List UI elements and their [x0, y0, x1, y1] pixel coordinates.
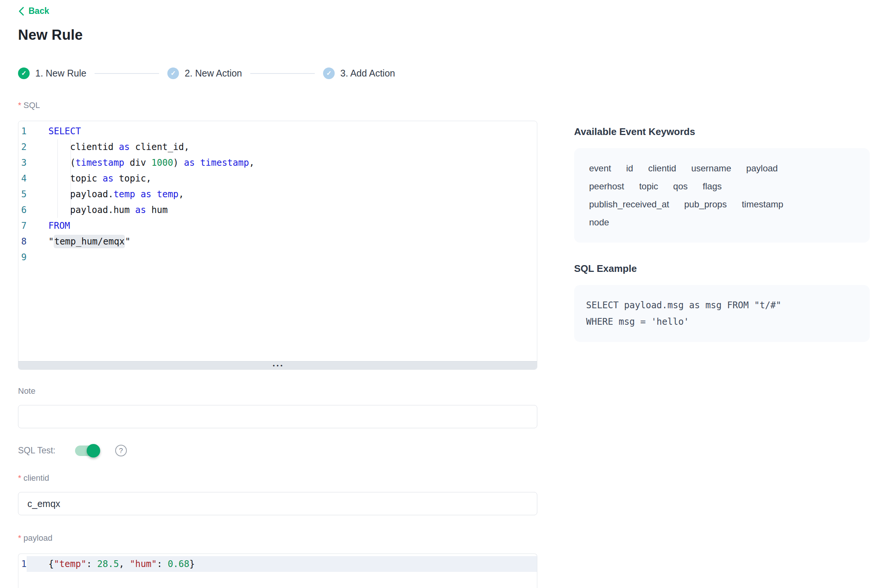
required-asterisk: *: [18, 100, 21, 110]
event-keyword: event: [589, 159, 611, 177]
sql-test-toggle[interactable]: [75, 446, 99, 456]
indent-guide: [57, 171, 58, 186]
line-number: 1: [18, 556, 27, 572]
step-new-action[interactable]: ✓ 2. New Action: [167, 68, 242, 79]
code-line: 4 topic as topic,: [18, 171, 537, 186]
payload-label-text: payload: [24, 533, 53, 543]
event-keyword: flags: [703, 177, 722, 195]
payload-editor-container: 1{"temp": 28.5, "hum": 0.68}: [18, 554, 537, 588]
clientid-field-label: * clientid: [18, 473, 49, 483]
wizard-steps: ✓ 1. New Rule ✓ 2. New Action ✓ 3. Add A…: [18, 68, 395, 79]
code-line: 9: [18, 249, 537, 265]
step-done-check-icon: ✓: [18, 68, 30, 79]
line-number: 4: [18, 171, 27, 186]
event-keyword: publish_received_at: [589, 195, 669, 213]
keyword-row: publish_received_atpub_propstimestamp: [589, 195, 855, 213]
event-keyword: qos: [673, 177, 688, 195]
note-label-text: Note: [18, 386, 35, 396]
editor-resize-handle[interactable]: •••: [18, 361, 537, 369]
indent-guide: [57, 186, 58, 202]
code-line: 1{"temp": 28.5, "hum": 0.68}: [18, 556, 537, 572]
line-number: 2: [18, 139, 27, 155]
step-label: 2. New Action: [185, 68, 242, 79]
code-text: topic as topic,: [27, 171, 537, 186]
page-title: New Rule: [18, 27, 83, 43]
indent-guide: [57, 202, 58, 218]
payload-code-editor[interactable]: 1{"temp": 28.5, "hum": 0.68}: [18, 554, 537, 572]
sql-code-editor[interactable]: 1SELECT2 clientid as client_id,3 (timest…: [18, 121, 537, 361]
code-line: 3 (timestamp div 1000) as timestamp,: [18, 155, 537, 171]
toggle-knob: [87, 444, 100, 458]
sql-field-label: * SQL: [18, 100, 40, 110]
sql-example-line: SELECT payload.msg as msg FROM "t/#": [586, 297, 858, 314]
line-number: 8: [18, 234, 27, 249]
keyword-row: eventidclientidusernamepayload: [589, 159, 855, 177]
event-keyword: username: [691, 159, 731, 177]
clientid-label-text: clientid: [24, 473, 49, 483]
event-keyword: node: [589, 213, 609, 231]
indent-guide: [71, 155, 71, 171]
keyword-row: peerhosttopicqosflags: [589, 177, 855, 195]
code-text: "temp_hum/emqx": [27, 234, 537, 249]
code-text: FROM: [27, 218, 537, 234]
chevron-left-icon: [18, 6, 25, 16]
code-text: SELECT: [27, 123, 537, 139]
required-asterisk: *: [18, 533, 21, 543]
step-new-rule[interactable]: ✓ 1. New Rule: [18, 68, 86, 79]
required-asterisk: *: [18, 473, 21, 483]
step-add-action[interactable]: ✓ 3. Add Action: [323, 68, 395, 79]
sql-example-card: SELECT payload.msg as msg FROM "t/#"WHER…: [574, 285, 870, 342]
indent-guide: [57, 139, 58, 155]
indent-guide: [71, 186, 71, 202]
note-field-label: Note: [18, 386, 35, 396]
code-text: payload.temp as temp,: [27, 186, 537, 202]
indent-guide: [57, 155, 58, 171]
indent-guide: [71, 171, 71, 186]
note-input[interactable]: [18, 405, 537, 428]
help-icon[interactable]: ?: [115, 445, 127, 456]
code-line: 7FROM: [18, 218, 537, 234]
step-pending-check-icon: ✓: [167, 68, 179, 79]
sql-editor-container: 1SELECT2 clientid as client_id,3 (timest…: [18, 121, 537, 370]
event-keyword: pub_props: [684, 195, 726, 213]
code-text: {"temp": 28.5, "hum": 0.68}: [27, 556, 537, 572]
back-button[interactable]: Back: [18, 6, 49, 16]
line-number: 3: [18, 155, 27, 171]
code-text: [27, 249, 537, 265]
step-pending-check-icon: ✓: [323, 68, 335, 79]
event-keyword: topic: [639, 177, 658, 195]
code-text: payload.hum as hum: [27, 202, 537, 218]
event-keyword: clientid: [648, 159, 676, 177]
step-label: 1. New Rule: [35, 68, 86, 79]
line-number: 6: [18, 202, 27, 218]
payload-field-label: * payload: [18, 533, 53, 543]
sql-example-title: SQL Example: [574, 263, 870, 274]
sidebar: Available Event Keywords eventidclientid…: [574, 126, 870, 342]
line-number: 9: [18, 249, 27, 265]
indent-guide: [71, 202, 71, 218]
keywords-title: Available Event Keywords: [574, 126, 870, 138]
step-connector: [250, 73, 315, 74]
indent-guide: [71, 139, 71, 155]
resize-dots-icon: •••: [271, 363, 284, 368]
sql-test-row: SQL Test: ?: [18, 445, 127, 456]
code-line: 8"temp_hum/emqx": [18, 234, 537, 249]
code-text: (timestamp div 1000) as timestamp,: [27, 155, 537, 171]
code-line: 6 payload.hum as hum: [18, 202, 537, 218]
keywords-card: eventidclientidusernamepayloadpeerhostto…: [574, 148, 870, 243]
keyword-row: node: [589, 213, 855, 231]
step-connector: [95, 73, 159, 74]
code-line: 1SELECT: [18, 123, 537, 139]
line-number: 1: [18, 123, 27, 139]
sql-test-label: SQL Test:: [18, 446, 56, 456]
back-label: Back: [29, 6, 49, 16]
clientid-input[interactable]: [18, 492, 537, 515]
event-keyword: timestamp: [742, 195, 783, 213]
line-number: 5: [18, 186, 27, 202]
sql-label-text: SQL: [24, 100, 40, 110]
event-keyword: payload: [746, 159, 778, 177]
line-number: 7: [18, 218, 27, 234]
code-line: 2 clientid as client_id,: [18, 139, 537, 155]
step-label: 3. Add Action: [340, 68, 395, 79]
event-keyword: peerhost: [589, 177, 624, 195]
